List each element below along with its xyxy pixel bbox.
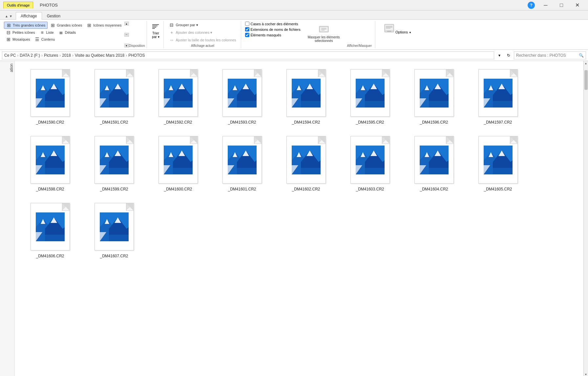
left-panel: ation <box>0 61 15 376</box>
btn-petites-icones[interactable]: ⊟ Petites icônes <box>4 29 37 36</box>
image-placeholder-icon <box>292 146 321 174</box>
addr-refresh-btn[interactable]: ↻ <box>505 51 513 59</box>
file-item[interactable]: _DM41598.CR2 <box>25 134 75 191</box>
file-name: _DM41605.CR2 <box>484 187 512 191</box>
image-placeholder-icon <box>36 79 65 108</box>
file-icon-wrapper <box>410 68 458 118</box>
trier-icon <box>152 23 159 31</box>
image-placeholder-icon <box>420 79 449 108</box>
btn-liste[interactable]: ≡ Liste <box>37 29 55 36</box>
doc-corner <box>62 69 70 77</box>
masques-label: Éléments masqués <box>251 33 282 37</box>
breadcrumb-cepc[interactable]: Ce PC <box>4 53 16 58</box>
addr-dropdown-btn[interactable]: ▾ <box>495 51 503 59</box>
disp-scroll-down[interactable]: ▼ <box>124 44 129 48</box>
masques-checkbox[interactable] <box>245 33 249 37</box>
file-item[interactable]: _DM41600.CR2 <box>153 134 203 191</box>
afficher-masquer-label: Afficher/Masquer <box>347 44 372 48</box>
doc-corner <box>382 69 389 77</box>
breadcrumb-2018[interactable]: 2018 <box>62 53 71 58</box>
sep4: › <box>72 53 74 58</box>
btn-tres-grandes-icones[interactable]: ⊞ Très grandes icônes <box>4 22 48 29</box>
title-bar: Outils d'image PHOTOS ? ─ □ ✕ <box>0 0 588 10</box>
help-icon[interactable]: ? <box>528 2 535 9</box>
file-name: _DM41598.CR2 <box>36 187 64 191</box>
file-item[interactable]: _DM41591.CR2 <box>89 68 139 125</box>
image-placeholder-icon <box>228 146 257 174</box>
trier-label: Trierpar ▾ <box>152 31 159 39</box>
masquer-icon <box>319 24 329 34</box>
breadcrumb-data2[interactable]: DATA 2 (F:) <box>20 53 40 58</box>
breadcrumb-photos[interactable]: PHOTOS <box>128 53 145 58</box>
svg-rect-53 <box>292 101 321 108</box>
btn-masquer-elements[interactable]: Masquer les élémentssélectionnés <box>306 22 341 44</box>
close-button[interactable]: ✕ <box>570 0 585 10</box>
btn-icones-moyennes[interactable]: ⊞ Icônes moyennes <box>85 22 123 29</box>
file-item[interactable]: _DM41604.CR2 <box>409 134 459 191</box>
btn-contenu[interactable]: ☰ Contenu <box>33 36 57 43</box>
btn-ajuster-taille[interactable]: ↔ Ajuster la taille de toutes les colonn… <box>167 37 238 43</box>
options-arrow: ▼ <box>409 31 411 34</box>
btn-ajouter-colonnes[interactable]: + Ajouter des colonnes ▾ <box>167 29 238 36</box>
doc-corner <box>510 136 517 144</box>
file-item[interactable]: _DM41595.CR2 <box>345 68 395 125</box>
doc-icon <box>94 136 134 184</box>
file-item[interactable]: _DM41592.CR2 <box>153 68 203 125</box>
file-item[interactable]: _DM41590.CR2 <box>25 68 75 125</box>
file-item[interactable]: _DM41607.CR2 <box>89 201 139 258</box>
svg-rect-1 <box>152 26 158 26</box>
file-item[interactable]: _DM41596.CR2 <box>409 68 459 125</box>
cases-checkbox[interactable] <box>245 22 249 26</box>
btn-grouper-par[interactable]: ⊟ Grouper par ▾ <box>167 22 238 28</box>
file-item[interactable]: _DM41606.CR2 <box>25 201 75 258</box>
scrollbar-thumb[interactable] <box>584 70 588 90</box>
cases-label: Cases à cocher des éléments <box>251 22 298 26</box>
tab-gestion[interactable]: Gestion <box>42 12 65 20</box>
group-trier: Trierpar ▾ <box>148 21 164 48</box>
search-input[interactable] <box>516 53 578 58</box>
main-area: ation <box>0 61 588 376</box>
disp-scroll-middle[interactable]: ─ <box>124 33 129 37</box>
checkbox-masques[interactable]: Éléments masqués <box>245 33 301 37</box>
mosaiques-label: Mosaïques <box>12 37 30 41</box>
file-item[interactable]: _DM41602.CR2 <box>281 134 331 191</box>
file-item[interactable]: _DM41593.CR2 <box>217 68 267 125</box>
doc-corner <box>126 69 134 77</box>
disp-scroll: ▲ ─ ▼ <box>124 22 129 48</box>
btn-trier-par[interactable]: Trierpar ▾ <box>150 22 161 40</box>
file-icon-wrapper <box>474 134 522 185</box>
maximize-button[interactable]: □ <box>554 0 569 10</box>
btn-details[interactable]: ≣ Détails <box>56 29 78 36</box>
image-placeholder-icon <box>356 146 385 174</box>
scrollbar-down[interactable]: ▼ <box>584 372 588 376</box>
file-item[interactable]: _DM41603.CR2 <box>345 134 395 191</box>
svg-rect-14 <box>387 31 391 32</box>
image-placeholder-icon <box>292 79 321 108</box>
file-item[interactable]: _DM41599.CR2 <box>89 134 139 191</box>
sep3: › <box>59 53 61 58</box>
breadcrumb-pictures[interactable]: Pictures <box>44 53 58 58</box>
file-item[interactable]: _DM41605.CR2 <box>472 134 523 191</box>
svg-rect-109 <box>228 168 257 174</box>
btn-grandes-icones[interactable]: ⊞ Grandes icônes <box>48 22 84 29</box>
doc-corner <box>62 136 70 144</box>
affichage-actuel-label: Affichage actuel <box>167 44 238 48</box>
breadcrumb-visite[interactable]: Visite au Québec Mars 2018 <box>75 53 124 58</box>
disp-scroll-up[interactable]: ▲ <box>124 22 129 26</box>
extensions-checkbox[interactable] <box>245 27 249 31</box>
file-item[interactable]: _DM41601.CR2 <box>217 134 267 191</box>
scrollbar-up[interactable]: ▲ <box>584 61 588 66</box>
checkbox-extensions[interactable]: Extensions de noms de fichiers <box>245 27 301 31</box>
sep1: › <box>17 53 18 58</box>
petites-label: Petites icônes <box>12 30 35 34</box>
file-item[interactable]: _DM41597.CR2 <box>472 68 523 125</box>
minimize-button[interactable]: ─ <box>538 0 553 10</box>
file-icon-wrapper <box>410 134 458 185</box>
file-item[interactable]: _DM41594.CR2 <box>281 68 331 125</box>
checkbox-cases[interactable]: Cases à cocher des éléments <box>245 22 301 26</box>
image-placeholder-icon <box>484 146 513 174</box>
tab-affichage[interactable]: Affichage <box>16 12 42 20</box>
btn-options[interactable]: Options ▼ <box>381 22 414 35</box>
btn-mosaiques[interactable]: ⊞ Mosaïques <box>4 36 32 43</box>
scrollbar: ▲ ▼ <box>583 61 588 376</box>
